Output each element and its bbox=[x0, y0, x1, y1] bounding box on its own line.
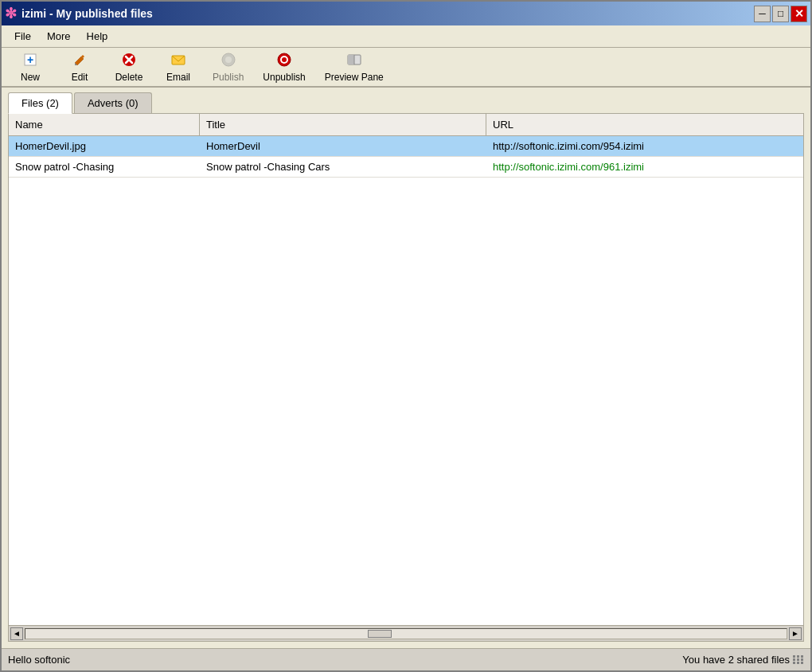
svg-text:+: + bbox=[27, 53, 33, 66]
col-header-url: URL bbox=[486, 114, 803, 135]
menu-more[interactable]: More bbox=[41, 28, 77, 45]
unpublish-button[interactable]: Unpublish bbox=[254, 50, 314, 84]
horizontal-scrollbar: ◄ ► bbox=[9, 625, 803, 641]
content-area: Name Title URL HomerDevil.jpg HomerDevil… bbox=[2, 113, 810, 648]
window-controls: ─ □ ✕ bbox=[754, 6, 807, 22]
tabs-container: Files (2) Adverts (0) bbox=[2, 88, 810, 113]
cell-name-2: Snow patrol -Chasing bbox=[9, 157, 200, 177]
title-bar-left: ✼ izimi - My published files bbox=[5, 5, 153, 22]
edit-icon bbox=[72, 52, 88, 70]
app-icon: ✼ bbox=[5, 5, 17, 22]
status-left: Hello softonic bbox=[8, 654, 70, 666]
preview-pane-icon bbox=[346, 52, 362, 70]
svg-rect-12 bbox=[348, 55, 354, 64]
unpublish-label: Unpublish bbox=[263, 72, 305, 83]
edit-button[interactable]: Edit bbox=[56, 50, 103, 84]
preview-pane-label: Preview Pane bbox=[325, 72, 384, 83]
delete-label: Delete bbox=[115, 72, 143, 83]
new-icon: + bbox=[22, 52, 38, 70]
title-bar: ✼ izimi - My published files ─ □ ✕ bbox=[2, 2, 810, 25]
resize-grip-icon bbox=[793, 655, 804, 664]
scroll-right-button[interactable]: ► bbox=[789, 627, 802, 640]
maximize-button[interactable]: □ bbox=[772, 6, 789, 22]
status-right: You have 2 shared files bbox=[682, 654, 804, 666]
file-table: Name Title URL HomerDevil.jpg HomerDevil… bbox=[8, 113, 804, 642]
table-row[interactable]: HomerDevil.jpg HomerDevil http://softoni… bbox=[9, 136, 803, 157]
delete-icon bbox=[121, 52, 137, 70]
window-title: izimi - My published files bbox=[21, 7, 153, 20]
email-label: Email bbox=[166, 72, 190, 83]
col-header-name: Name bbox=[9, 114, 200, 135]
status-right-text: You have 2 shared files bbox=[682, 654, 790, 666]
email-button[interactable]: Email bbox=[154, 50, 202, 84]
publish-button[interactable]: Publish bbox=[204, 50, 252, 84]
col-header-title: Title bbox=[200, 114, 486, 135]
toolbar: + New Edit Del bbox=[2, 48, 810, 88]
publish-icon bbox=[221, 52, 236, 70]
svg-point-7 bbox=[225, 57, 232, 63]
new-button[interactable]: + New bbox=[6, 50, 54, 84]
delete-button[interactable]: Delete bbox=[105, 50, 153, 84]
table-row[interactable]: Snow patrol -Chasing Snow patrol -Chasin… bbox=[9, 157, 803, 178]
cell-name-1: HomerDevil.jpg bbox=[9, 136, 200, 156]
email-icon bbox=[170, 52, 186, 70]
svg-point-10 bbox=[282, 57, 287, 62]
edit-label: Edit bbox=[72, 72, 88, 83]
scroll-track[interactable] bbox=[25, 628, 787, 639]
cell-url-1: http://softonic.izimi.com/954.izimi bbox=[486, 136, 803, 156]
tab-adverts[interactable]: Adverts (0) bbox=[74, 92, 152, 113]
unpublish-icon bbox=[276, 52, 292, 70]
main-window: ✼ izimi - My published files ─ □ ✕ File … bbox=[0, 0, 812, 672]
publish-label: Publish bbox=[213, 72, 244, 83]
scroll-thumb[interactable] bbox=[368, 630, 392, 638]
cell-url-2: http://softonic.izimi.com/961.izimi bbox=[486, 157, 803, 177]
cell-title-1: HomerDevil bbox=[200, 136, 486, 156]
minimize-button[interactable]: ─ bbox=[754, 6, 771, 22]
menu-file[interactable]: File bbox=[8, 28, 37, 45]
table-body: HomerDevil.jpg HomerDevil http://softoni… bbox=[9, 136, 803, 625]
scroll-left-button[interactable]: ◄ bbox=[10, 627, 23, 640]
tab-files[interactable]: Files (2) bbox=[8, 92, 72, 114]
new-label: New bbox=[21, 72, 40, 83]
preview-pane-button[interactable]: Preview Pane bbox=[316, 50, 392, 84]
menu-bar: File More Help bbox=[2, 25, 810, 48]
status-bar: Hello softonic You have 2 shared files bbox=[2, 648, 810, 670]
close-button[interactable]: ✕ bbox=[791, 6, 807, 22]
menu-help[interactable]: Help bbox=[80, 28, 115, 45]
table-header: Name Title URL bbox=[9, 114, 803, 136]
cell-title-2: Snow patrol -Chasing Cars bbox=[200, 157, 486, 177]
